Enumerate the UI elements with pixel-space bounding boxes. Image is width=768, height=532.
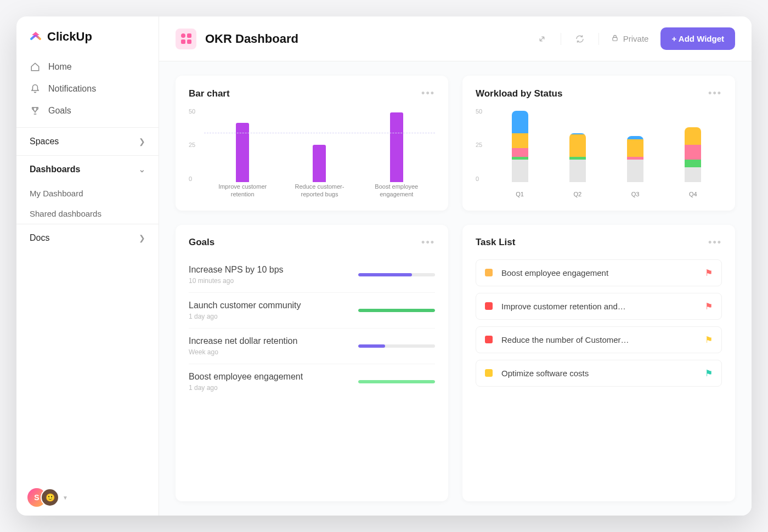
svg-rect-0 [613,37,617,41]
bar-chart: 50250 Improve customer retentionReduce c… [189,103,435,199]
page-title: OKR Dashboard [205,32,298,46]
card-bar-chart: Bar chart ••• 50250 Improve customer ret… [176,76,448,211]
more-icon[interactable]: ••• [421,237,435,248]
clickup-logo-icon [29,30,43,44]
progress-bar [358,273,435,276]
bar[interactable] [236,123,249,182]
bell-icon [30,83,41,94]
progress-bar [358,344,435,348]
user-switcher[interactable]: S 🙂 ▼ [16,479,159,516]
task-row[interactable]: Optimize software costs⚑ [476,360,722,387]
status-square-icon [485,269,493,276]
primary-nav: Home Notifications Goals [16,54,159,127]
trophy-icon [30,105,41,116]
chevron-right-icon: ❯ [139,137,145,146]
privacy-toggle[interactable]: Private [608,34,652,43]
more-icon[interactable]: ••• [708,237,722,248]
y-axis: 50250 [189,108,202,182]
section-docs: Docs ❯ [16,224,159,252]
goal-row[interactable]: Increase net dollar retentionWeek ago [189,329,435,364]
task-name: Optimize software costs [501,369,705,378]
chevron-right-icon: ❯ [139,234,145,242]
card-workload: Workload by Status ••• 50250 Q1Q2Q3Q4 [462,76,735,211]
goal-time: Week ago [189,348,347,356]
progress-bar [358,309,435,312]
goal-time: 1 day ago [189,313,347,320]
goal-time: 1 day ago [189,384,347,392]
brand-logo[interactable]: ClickUp [16,16,159,54]
section-label: Dashboards [30,165,80,174]
app-window: ClickUp Home Notifications Goals Spaces … [16,16,752,516]
home-icon [30,61,41,72]
section-label: Spaces [30,137,59,146]
goal-name: Boost employee engagement [189,372,347,382]
status-square-icon [485,336,493,343]
sidebar-item-shared-dashboards[interactable]: Shared dashboards [16,203,159,224]
status-square-icon [485,369,493,377]
goal-name: Launch customer community [189,301,347,310]
card-goals: Goals ••• Increase NPS by 10 bps10 minut… [176,225,448,502]
goal-row[interactable]: Launch customer community1 day ago [189,293,435,329]
section-label: Docs [30,233,49,243]
card-title: Workload by Status [476,88,562,99]
status-square-icon [485,302,493,310]
dashboard-grid: Bar chart ••• 50250 Improve customer ret… [159,61,752,516]
nav-label: Goals [48,106,71,116]
flag-icon: ⚑ [705,301,713,312]
nav-label: Home [48,62,72,72]
caret-down-icon: ▼ [63,495,68,501]
card-title: Bar chart [189,88,230,99]
x-axis: Q1Q2Q3Q4 [491,190,722,198]
sidebar-item-my-dashboard[interactable]: My Dashboard [16,183,159,203]
task-list: Boost employee engagement⚑Improve custom… [476,259,722,387]
docs-toggle[interactable]: Docs ❯ [16,224,159,252]
goal-row[interactable]: Increase NPS by 10 bps10 minutes ago [189,257,435,293]
section-spaces: Spaces ❯ [16,127,159,155]
task-row[interactable]: Reduce the number of Customer…⚑ [476,326,722,353]
sidebar: ClickUp Home Notifications Goals Spaces … [16,16,159,516]
goal-row[interactable]: Boost employee engagement1 day ago [189,364,435,399]
refresh-icon[interactable] [570,29,590,49]
nav-notifications[interactable]: Notifications [16,78,159,100]
divider [598,33,599,45]
task-name: Improve customer retention and… [501,302,705,311]
stacked-bar[interactable] [569,133,586,182]
progress-bar [358,380,435,383]
flag-icon: ⚑ [705,368,713,378]
more-icon[interactable]: ••• [421,88,435,99]
stacked-bar[interactable] [512,111,528,182]
task-row[interactable]: Improve customer retention and…⚑ [476,293,722,320]
main-area: OKR Dashboard Private + Add Widget Bar c… [159,16,752,516]
flag-icon: ⚑ [705,335,713,345]
stacked-bar[interactable] [627,136,643,182]
card-title: Task List [476,237,515,248]
chevron-down-icon: ⌄ [139,165,145,174]
flag-icon: ⚑ [705,268,713,278]
privacy-label: Private [623,34,649,43]
dashboard-icon [176,29,196,49]
bar[interactable] [390,112,403,182]
task-row[interactable]: Boost employee engagement⚑ [476,259,722,286]
section-dashboards: Dashboards ⌄ My Dashboard Shared dashboa… [16,155,159,224]
dashboards-toggle[interactable]: Dashboards ⌄ [16,156,159,183]
workload-chart: 50250 Q1Q2Q3Q4 [476,103,722,199]
goal-time: 10 minutes ago [189,277,347,285]
nav-home[interactable]: Home [16,56,159,78]
more-icon[interactable]: ••• [708,88,722,99]
add-widget-button[interactable]: + Add Widget [660,27,735,50]
task-name: Reduce the number of Customer… [501,335,705,344]
stacked-bar[interactable] [685,127,701,182]
lock-icon [611,34,619,43]
nav-goals[interactable]: Goals [16,100,159,122]
x-axis: Improve customer retentionReduce custome… [204,183,435,199]
nav-label: Notifications [48,84,96,94]
card-task-list: Task List ••• Boost employee engagement⚑… [462,225,735,502]
header-bar: OKR Dashboard Private + Add Widget [159,16,752,61]
spaces-toggle[interactable]: Spaces ❯ [16,128,159,155]
card-title: Goals [189,237,214,248]
goals-list: Increase NPS by 10 bps10 minutes agoLaun… [189,257,435,399]
bar[interactable] [313,145,326,182]
expand-icon[interactable] [532,29,552,49]
brand-name: ClickUp [47,30,92,44]
divider [561,33,561,45]
